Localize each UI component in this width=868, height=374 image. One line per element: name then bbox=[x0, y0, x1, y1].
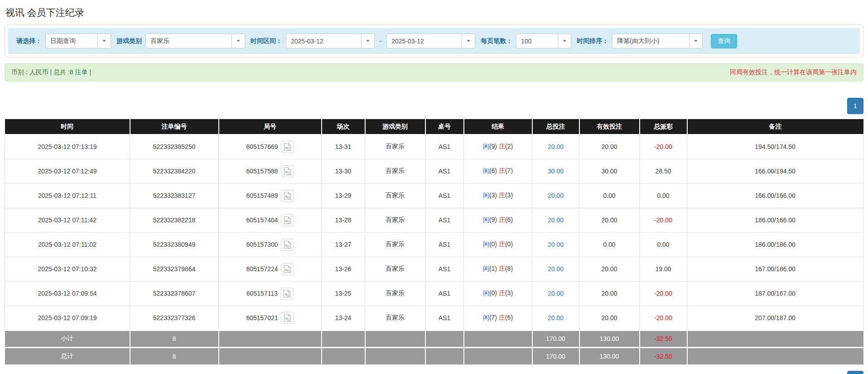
cell-payout: -20.00 bbox=[640, 281, 687, 306]
column-header: 局号 bbox=[219, 119, 322, 134]
search-button[interactable]: 查询 bbox=[711, 34, 737, 48]
total-bet-link[interactable]: 20.00 bbox=[548, 241, 564, 248]
pagination-bottom: 1 bbox=[5, 371, 863, 374]
player-result: 闲(1) bbox=[483, 265, 497, 272]
banker-result: 庄(2) bbox=[499, 143, 513, 150]
column-header: 备注 bbox=[687, 119, 863, 134]
total-bet-link[interactable]: 20.00 bbox=[548, 143, 564, 150]
cell-result: 闲(1) 庄(8) bbox=[464, 257, 532, 281]
cell-table-number: AS1 bbox=[425, 183, 464, 208]
date-from-select[interactable]: 2025-03-12 bbox=[286, 34, 375, 48]
column-header: 桌号 bbox=[425, 119, 464, 134]
cell-game-type: 百家乐 bbox=[365, 159, 425, 183]
column-header: 结果 bbox=[464, 119, 532, 134]
valid-bet-notice-text: 同局有效投注，统一计算在该局第一张注单内 bbox=[730, 68, 857, 77]
page-size-label: 每页笔数： bbox=[481, 37, 512, 45]
total-bet-link[interactable]: 20.00 bbox=[548, 192, 564, 199]
banker-result: 庄(3) bbox=[499, 289, 513, 297]
video-file-icon bbox=[284, 240, 291, 249]
cell-remark: 186.00/186.00 bbox=[687, 232, 863, 257]
summary-count: 8 bbox=[130, 330, 219, 347]
total-bet-link[interactable]: 20.00 bbox=[548, 314, 564, 321]
cell-bet-id: 522332384220 bbox=[130, 159, 219, 183]
total-bet-link[interactable]: 30.00 bbox=[548, 168, 564, 175]
cell-result: 闲(6) 庄(7) bbox=[464, 159, 532, 183]
cell-table-number: AS1 bbox=[425, 159, 464, 183]
cell-session: 13-24 bbox=[322, 306, 365, 330]
round-number: 605157588 bbox=[246, 168, 278, 175]
video-playback-button[interactable] bbox=[281, 239, 294, 251]
cell-result: 闲(7) 庄(6) bbox=[464, 306, 532, 330]
cell-time: 2025-03-12 07:13:19 bbox=[5, 134, 130, 159]
summary-valid-bet: 130.00 bbox=[579, 330, 640, 347]
cell-valid-bet: 30.00 bbox=[579, 159, 640, 183]
chevron-down-icon[interactable] bbox=[462, 34, 475, 48]
banker-result: 庄(6) bbox=[499, 314, 513, 321]
cell-time: 2025-03-12 07:12:11 bbox=[5, 183, 130, 208]
video-file-icon bbox=[284, 167, 291, 176]
video-playback-button[interactable] bbox=[281, 141, 294, 153]
player-result: 闲(9) bbox=[483, 216, 497, 223]
video-file-icon bbox=[283, 289, 291, 298]
summary-valid-bet: 130.00 bbox=[579, 347, 640, 364]
page: 视讯 会员下注纪录 请选择： 日期查询 游戏类别 百家乐 时间区间： 2025-… bbox=[0, 0, 868, 374]
cell-round: 605157404 bbox=[219, 208, 322, 232]
chevron-down-icon[interactable] bbox=[97, 34, 111, 48]
cell-result: 闲(3) 庄(3) bbox=[464, 183, 532, 208]
cell-total-bet: 20.00 bbox=[532, 257, 579, 281]
banker-result: 庄(8) bbox=[499, 265, 513, 272]
total-bet-link[interactable]: 20.00 bbox=[548, 290, 564, 297]
video-file-icon bbox=[284, 265, 291, 273]
cell-remark: 187.00/167.00 bbox=[687, 281, 863, 306]
video-playback-button[interactable] bbox=[280, 288, 294, 300]
cell-payout: -20.00 bbox=[640, 134, 687, 159]
page-number-button[interactable]: 1 bbox=[847, 98, 863, 114]
total-bet-link[interactable]: 20.00 bbox=[548, 265, 564, 273]
video-playback-button[interactable] bbox=[281, 263, 294, 275]
column-header: 总投注 bbox=[532, 119, 579, 134]
cell-remark: 166.00/166.00 bbox=[687, 183, 863, 208]
summary-payout: -32.50 bbox=[640, 347, 687, 364]
column-header: 游戏类别 bbox=[365, 119, 425, 134]
cell-valid-bet: 20.00 bbox=[579, 257, 640, 281]
cell-payout: -20.00 bbox=[640, 306, 687, 330]
game-type-select[interactable]: 百家乐 bbox=[145, 34, 245, 48]
time-sort-select[interactable]: 降冪(由大到小) bbox=[612, 34, 703, 48]
cell-bet-id: 522332385250 bbox=[130, 134, 219, 159]
bet-records-table: 时间注单编号局号场次游戏类别桌号结果总投注有效投注总派彩备注 2025-03-1… bbox=[5, 119, 863, 364]
round-number: 605157669 bbox=[246, 143, 278, 150]
chevron-down-icon[interactable] bbox=[361, 34, 374, 48]
table-header-row: 时间注单编号局号场次游戏类别桌号结果总投注有效投注总派彩备注 bbox=[5, 119, 863, 134]
cell-total-bet: 20.00 bbox=[532, 306, 579, 330]
cell-game-type: 百家乐 bbox=[365, 281, 425, 306]
chevron-down-icon[interactable] bbox=[689, 34, 702, 48]
banker-result: 庄(6) bbox=[499, 216, 513, 223]
cell-game-type: 百家乐 bbox=[365, 306, 425, 330]
game-type-label: 游戏类别 bbox=[116, 37, 142, 45]
cell-total-bet: 30.00 bbox=[532, 159, 579, 183]
cell-remark: 167.00/186.00 bbox=[687, 257, 863, 281]
date-to-select[interactable]: 2025-03-12 bbox=[386, 34, 475, 48]
video-playback-button[interactable] bbox=[281, 165, 294, 177]
video-playback-button[interactable] bbox=[281, 214, 294, 226]
cell-session: 13-26 bbox=[322, 257, 365, 281]
video-playback-button[interactable] bbox=[281, 190, 294, 202]
time-sort-label: 时间排序： bbox=[577, 37, 608, 45]
video-playback-button[interactable] bbox=[281, 312, 294, 324]
cell-result: 闲(9) 庄(2) bbox=[464, 134, 532, 159]
chevron-down-icon[interactable] bbox=[558, 34, 571, 48]
page-number-button-bottom[interactable]: 1 bbox=[847, 371, 863, 374]
chevron-down-icon[interactable] bbox=[231, 34, 245, 48]
table-summary-row: 总计8170.00130.00-32.50 bbox=[5, 347, 863, 364]
query-mode-select[interactable]: 日期查询 bbox=[45, 34, 111, 48]
page-size-select[interactable]: 100 bbox=[516, 34, 571, 48]
summary-payout: -32.50 bbox=[640, 330, 687, 347]
total-bet-link[interactable]: 20.00 bbox=[548, 216, 564, 224]
video-file-icon bbox=[284, 192, 291, 200]
cell-total-bet: 20.00 bbox=[532, 281, 579, 306]
cell-session: 13-28 bbox=[322, 208, 365, 232]
cell-game-type: 百家乐 bbox=[365, 134, 425, 159]
cell-valid-bet: 20.00 bbox=[579, 134, 640, 159]
cell-remark: 207.00/187.00 bbox=[687, 306, 863, 330]
tilde-separator: ~ bbox=[378, 38, 383, 45]
